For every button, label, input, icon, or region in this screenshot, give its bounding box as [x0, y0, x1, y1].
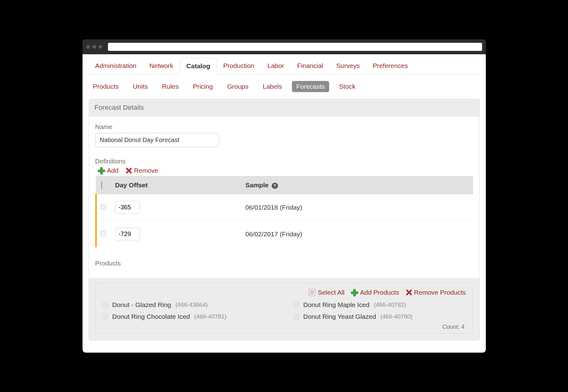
remove-products-label: Remove Products [414, 289, 466, 296]
products-box: Select All Add Products Remove Products [95, 283, 473, 334]
product-name: Donut Ring Yeast Glazed [303, 313, 376, 320]
x-icon [405, 289, 412, 296]
remove-products-button[interactable]: Remove Products [405, 289, 466, 296]
day-offset-input[interactable] [115, 228, 140, 240]
subtab-units[interactable]: Units [128, 81, 152, 92]
add-label: Add [107, 167, 119, 174]
product-item[interactable]: Donut - Glazed Ring (466-43664) [102, 301, 275, 309]
panel-body: Name Definitions Add Remove [89, 116, 479, 278]
product-code: (466-40782) [374, 301, 406, 308]
subtab-pricing[interactable]: Pricing [189, 81, 217, 92]
tab-administration[interactable]: Administration [89, 57, 143, 74]
col-sample: Sample ? [242, 176, 473, 194]
row-checkbox[interactable] [101, 204, 106, 210]
remove-definition-button[interactable]: Remove [125, 167, 158, 174]
product-code: (466-40780) [380, 313, 413, 320]
product-item[interactable]: Donut Ring Maple Iced (466-40782) [293, 301, 466, 309]
forecast-details-panel: Forecast Details Name Definitions Add Re… [89, 99, 480, 340]
tab-labor[interactable]: Labor [261, 57, 291, 74]
product-checkbox[interactable] [293, 302, 299, 308]
plus-icon [98, 167, 105, 174]
remove-label: Remove [134, 167, 158, 174]
x-icon [125, 167, 132, 174]
list-icon[interactable] [101, 181, 102, 189]
help-icon[interactable]: ? [272, 183, 278, 189]
product-code: (466-43664) [176, 301, 208, 308]
product-name: Donut - Glazed Ring [112, 301, 171, 309]
address-bar[interactable] [108, 43, 482, 51]
name-label: Name [95, 123, 473, 131]
sample-value: 06/01/2018 (Friday) [242, 194, 473, 221]
tab-network[interactable]: Network [143, 57, 180, 74]
subtab-products[interactable]: Products [89, 81, 123, 92]
product-checkbox[interactable] [293, 314, 299, 319]
tab-catalog[interactable]: Catalog [180, 58, 217, 74]
product-code: (466-40781) [195, 313, 227, 320]
subtab-forecasts[interactable]: Forecasts [292, 81, 329, 92]
product-item[interactable]: Donut Ring Yeast Glazed (466-40780) [293, 313, 466, 320]
subtab-labels[interactable]: Labels [258, 81, 286, 92]
plus-icon [351, 289, 358, 296]
product-grid: Donut - Glazed Ring (466-43664) Donut Ri… [102, 301, 466, 320]
secondary-nav: Products Units Rules Pricing Groups Labe… [89, 74, 480, 99]
product-name: Donut Ring Chocolate Iced [112, 313, 190, 320]
product-checkbox[interactable] [102, 314, 108, 319]
window-close-dot[interactable] [86, 45, 90, 49]
app-window: Administration Network Catalog Productio… [83, 39, 486, 353]
window-max-dot[interactable] [99, 45, 102, 49]
list-icon [309, 289, 315, 296]
tab-financial[interactable]: Financial [291, 57, 330, 74]
product-checkbox[interactable] [102, 302, 108, 308]
add-products-button[interactable]: Add Products [351, 289, 399, 296]
col-day-offset: Day Offset [111, 176, 242, 194]
product-name: Donut Ring Maple Iced [303, 301, 370, 309]
product-count: Count: 4 [102, 323, 466, 330]
add-products-label: Add Products [360, 289, 399, 296]
title-bar [83, 39, 486, 54]
window-controls [86, 45, 102, 49]
definitions-actions: Add Remove [98, 167, 473, 174]
select-all-label: Select All [318, 289, 344, 296]
row-checkbox[interactable] [101, 231, 106, 236]
col-sample-text: Sample [245, 181, 269, 189]
definitions-table: Day Offset Sample ? 06/01/2018 (Friday) [95, 176, 473, 247]
subtab-groups[interactable]: Groups [223, 81, 253, 92]
tab-surveys[interactable]: Surveys [330, 57, 366, 74]
day-offset-input[interactable] [115, 201, 140, 214]
tab-production[interactable]: Production [217, 57, 261, 74]
products-label: Products [95, 260, 473, 267]
product-item[interactable]: Donut Ring Chocolate Iced (466-40781) [102, 313, 275, 320]
definition-row: 06/02/2017 (Friday) [96, 221, 473, 247]
definitions-label: Definitions [95, 158, 473, 165]
subtab-rules[interactable]: Rules [158, 81, 183, 92]
add-definition-button[interactable]: Add [98, 167, 119, 174]
window-min-dot[interactable] [92, 45, 96, 49]
definition-row: 06/01/2018 (Friday) [96, 194, 473, 221]
subtab-stock[interactable]: Stock [335, 81, 360, 92]
panel-title: Forecast Details [89, 99, 479, 116]
tab-preferences[interactable]: Preferences [366, 57, 414, 74]
col-select-header [96, 176, 111, 194]
primary-nav: Administration Network Catalog Productio… [89, 57, 480, 74]
select-all-button[interactable]: Select All [309, 289, 344, 296]
products-actions: Select All Add Products Remove Products [102, 289, 466, 296]
sample-value: 06/02/2017 (Friday) [242, 221, 473, 247]
name-input[interactable] [95, 133, 219, 147]
